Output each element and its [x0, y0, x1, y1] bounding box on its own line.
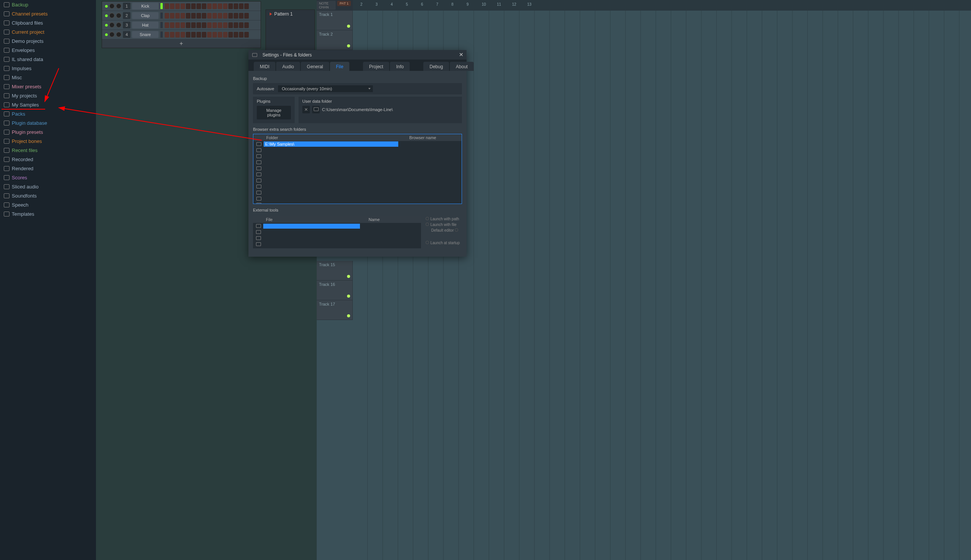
channel-name[interactable]: Kick	[132, 3, 158, 10]
step-button[interactable]	[239, 32, 244, 38]
step-button[interactable]	[170, 22, 175, 28]
browser-item-mixer-presets[interactable]: Mixer presets	[0, 82, 96, 91]
vol-knob[interactable]	[116, 22, 122, 28]
step-button[interactable]	[234, 13, 238, 18]
vol-knob[interactable]	[116, 13, 122, 18]
track-header[interactable]: Track 17	[317, 300, 353, 320]
launch-with-path-option[interactable]: Launch with path	[425, 217, 460, 221]
browser-item-speech[interactable]: Speech	[0, 200, 96, 209]
channel-led[interactable]	[105, 14, 108, 17]
extra-folder-row-empty[interactable]	[254, 196, 462, 202]
browser-item-channel-presets[interactable]: Channel presets	[0, 9, 96, 18]
launch-with-file-option[interactable]: Launch with file	[425, 223, 460, 227]
track-header[interactable]: Track 2	[317, 30, 353, 50]
step-button[interactable]	[229, 22, 233, 28]
step-button[interactable]	[218, 3, 222, 9]
add-channel-button[interactable]: +	[102, 40, 260, 48]
browser-item-my-projects[interactable]: My projects	[0, 91, 96, 100]
pattern-current[interactable]: Pattern 1	[266, 10, 314, 18]
channel-name[interactable]: Clap	[132, 12, 158, 19]
browser-item-demo-projects[interactable]: Demo projects	[0, 37, 96, 45]
step-button[interactable]	[197, 13, 201, 18]
step-button[interactable]	[218, 32, 222, 38]
step-button[interactable]	[234, 32, 238, 38]
step-button[interactable]	[191, 3, 196, 9]
browser-item-my-samples[interactable]: My Samples	[0, 100, 96, 109]
step-button[interactable]	[223, 22, 228, 28]
step-button[interactable]	[212, 13, 217, 18]
vol-knob[interactable]	[116, 3, 122, 9]
tab-audio[interactable]: Audio	[276, 62, 300, 71]
browser-item-project-bones[interactable]: Project bones	[0, 137, 96, 146]
pan-knob[interactable]	[109, 32, 115, 37]
channel-led[interactable]	[105, 5, 108, 8]
step-button[interactable]	[229, 13, 233, 18]
track-header[interactable]: Track 1	[317, 11, 353, 30]
browser-item-backup[interactable]: Backup	[0, 0, 96, 9]
tab-project[interactable]: Project	[363, 62, 389, 71]
browser-item-current-project[interactable]: Current project	[0, 27, 96, 37]
pan-knob[interactable]	[109, 22, 115, 28]
step-button[interactable]	[223, 13, 228, 18]
channel-row-snare[interactable]: 4Snare	[102, 30, 260, 40]
external-row-sel[interactable]	[253, 223, 421, 229]
browser-item-clipboard-files[interactable]: Clipboard files	[0, 18, 96, 27]
browser-item-packs[interactable]: Packs	[0, 109, 96, 118]
extra-folder-row-empty[interactable]	[254, 202, 462, 204]
tab-midi[interactable]: MIDI	[254, 62, 275, 71]
step-button[interactable]	[234, 22, 238, 28]
step-button[interactable]	[191, 32, 196, 38]
external-file-input[interactable]	[263, 224, 360, 228]
step-button[interactable]	[175, 32, 180, 38]
extra-folder-row-empty[interactable]	[254, 147, 462, 153]
channel-name[interactable]: Hat	[132, 22, 158, 28]
step-button[interactable]	[207, 3, 212, 9]
vol-knob[interactable]	[116, 32, 122, 37]
external-tools-list[interactable]: File Name	[253, 216, 421, 248]
browser-item-misc[interactable]: Misc	[0, 73, 96, 82]
step-button[interactable]	[180, 3, 185, 9]
step-button[interactable]	[197, 3, 201, 9]
step-button[interactable]	[244, 32, 249, 38]
step-button[interactable]	[191, 22, 196, 28]
step-button[interactable]	[175, 3, 180, 9]
browser-item-templates[interactable]: Templates	[0, 209, 96, 218]
tab-debug[interactable]: Debug	[423, 62, 449, 71]
step-button[interactable]	[223, 32, 228, 38]
track-header[interactable]: Track 16	[317, 280, 353, 300]
step-button[interactable]	[212, 3, 217, 9]
step-button[interactable]	[239, 3, 244, 9]
default-editor-option[interactable]: Default editor	[425, 228, 460, 232]
step-button[interactable]	[165, 22, 169, 28]
browser-item-scores[interactable]: Scores	[0, 173, 96, 182]
clear-path-button[interactable]: ✕	[302, 106, 310, 113]
step-button[interactable]	[244, 22, 249, 28]
track-header[interactable]: Track 15	[317, 261, 353, 280]
channel-row-clap[interactable]: 2Clap	[102, 11, 260, 20]
manage-plugins-button[interactable]: Manage plugins	[257, 106, 291, 120]
tab-general[interactable]: General	[301, 62, 329, 71]
step-button[interactable]	[202, 3, 206, 9]
step-button[interactable]	[170, 13, 175, 18]
step-button[interactable]	[212, 32, 217, 38]
browser-item-recorded[interactable]: Recorded	[0, 155, 96, 164]
step-button[interactable]	[175, 22, 180, 28]
step-button[interactable]	[165, 32, 169, 38]
browser-item-envelopes[interactable]: Envelopes	[0, 45, 96, 55]
step-button[interactable]	[207, 22, 212, 28]
browser-item-plugin-presets[interactable]: Plugin presets	[0, 127, 96, 137]
dialog-titlebar[interactable]: Settings - Files & folders ✕	[249, 50, 467, 60]
step-button[interactable]	[197, 32, 201, 38]
step-button[interactable]	[244, 3, 249, 9]
timeline[interactable]: 2345678910111213	[353, 0, 971, 11]
pan-knob[interactable]	[109, 3, 115, 9]
channel-led[interactable]	[105, 33, 108, 36]
track-mute-led[interactable]	[347, 314, 350, 317]
step-button[interactable]	[234, 3, 238, 9]
step-button[interactable]	[165, 3, 169, 9]
track-mute-led[interactable]	[347, 295, 350, 298]
browse-folder-button[interactable]	[312, 106, 320, 113]
close-icon[interactable]: ✕	[459, 52, 464, 58]
track-mute-led[interactable]	[347, 44, 350, 47]
external-row-3[interactable]	[253, 241, 421, 247]
